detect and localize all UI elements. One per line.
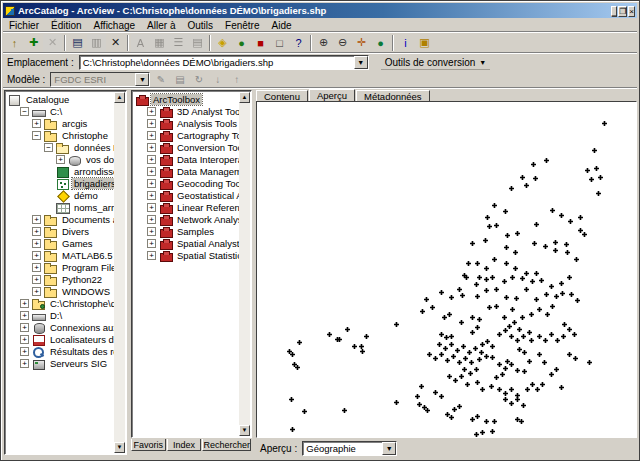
tab-index[interactable]: Index [167,439,202,451]
create-thumbnail-button[interactable]: ▣ [415,34,434,52]
catalog-tree-item[interactable]: +MATLAB6.5 [6,249,114,261]
catalog-tree-item[interactable]: +Documents and Settings [6,213,114,225]
tree-expander-icon[interactable]: + [20,299,29,308]
catalog-tree-item[interactable]: noms_arrond [6,201,114,213]
scroll-up-icon[interactable]: ▲ [114,92,125,103]
tree-expander-icon[interactable]: + [32,287,41,296]
toolbox-tree-item[interactable]: +Analysis Tools [133,117,239,129]
location-combobox[interactable]: C:\Christophe\données DÉMO\brigadiers.sh… [79,55,369,70]
catalog-tree-scrollbar[interactable]: ▲ ▼ [114,92,125,453]
scroll-down-icon[interactable]: ▼ [239,425,250,436]
tree-expander-icon[interactable]: + [147,215,156,224]
command-line-button[interactable]: □ [270,34,289,52]
tree-expander-icon[interactable]: + [147,251,156,260]
toolbox-tree-item[interactable]: +Spatial Analyst Tools [133,237,239,249]
catalog-tree-item[interactable]: démo [6,189,114,201]
menu--dition[interactable]: Édition [45,19,88,32]
tree-expander-icon[interactable]: + [147,191,156,200]
arcglobe-button[interactable]: ● [232,34,251,52]
arctoolbox-button[interactable]: ■ [251,34,270,52]
panel-splitter[interactable] [127,89,130,456]
tab-aper-u[interactable]: Aperçu [309,89,355,101]
toolbox-tree-item[interactable]: +Linear Referencing Tools [133,201,239,213]
toolbox-tree-item[interactable]: +3D Analyst Tools [133,105,239,117]
tree-expander-icon[interactable]: + [20,323,29,332]
toolbox-tree-item[interactable]: +Samples [133,225,239,237]
tree-expander-icon[interactable]: + [147,155,156,164]
toolbox-tree-item[interactable]: +Network Analyst Tools [133,213,239,225]
catalog-tree-item[interactable]: +C:\Christophe\données DÉMO [6,297,114,309]
arctoolbox-scrollbar[interactable]: ▲ ▼ [239,92,250,436]
tree-expander-icon[interactable]: + [147,239,156,248]
catalog-tree-item[interactable]: brigadiers [6,177,114,189]
full-extent-button[interactable]: ● [371,34,390,52]
catalog-tree-item[interactable]: +Connexions aux bases de données [6,321,114,333]
whats-this-help-button[interactable]: ? [289,34,308,52]
tree-expander-icon[interactable]: + [147,179,156,188]
catalog-tree-item[interactable]: +Divers [6,225,114,237]
tree-expander-icon[interactable]: + [147,107,156,116]
tree-expander-icon[interactable]: + [147,131,156,140]
minimize-button[interactable]: _ [611,6,617,17]
menu-fen-tre[interactable]: Fenêtre [219,19,265,32]
catalog-tree-item[interactable]: +D:\ [6,309,114,321]
tree-expander-icon[interactable]: + [32,263,41,272]
catalog-tree-item[interactable]: arrondissements [6,165,114,177]
chevron-down-icon[interactable]: ▼ [354,56,368,69]
launch-arcmap-button[interactable]: ◈ [213,34,232,52]
catalog-tree-item[interactable]: +Serveurs SIG [6,357,114,369]
pan-button[interactable]: ✛ [352,34,371,52]
restore-button[interactable]: ❐ [618,6,627,17]
zoom-out-button[interactable]: ⊖ [333,34,352,52]
menu-affichage[interactable]: Affichage [88,19,142,32]
copy-button[interactable]: ▤ [68,34,87,52]
tree-expander-icon[interactable]: + [147,227,156,236]
catalog-tree-item[interactable]: +Résultats des recherches [6,345,114,357]
close-button[interactable]: × [628,6,635,17]
map-preview[interactable] [257,102,636,437]
tab-rechercher[interactable]: Rechercher [202,439,251,451]
tree-expander-icon[interactable]: + [147,167,156,176]
chevron-down-icon[interactable]: ▼ [382,442,396,455]
catalog-tree-item[interactable]: +Games [6,237,114,249]
tab-contenu[interactable]: Contenu [256,90,308,101]
catalog-tree-item[interactable]: −données DÉMO [6,141,114,153]
title-bar[interactable]: ArcCatalog - ArcView - C:\Christophe\don… [3,3,637,18]
tree-expander-icon[interactable]: + [147,203,156,212]
catalog-tree-item[interactable]: −Christophe [6,129,114,141]
preview-type-combobox[interactable]: Géographie ▼ [302,441,397,456]
tree-expander-icon[interactable]: − [20,107,29,116]
tree-expander-icon[interactable]: + [20,335,29,344]
tab-m-tadonn-es[interactable]: Métadonnées [356,90,430,101]
tree-expander-icon[interactable]: + [32,227,41,236]
tree-expander-icon[interactable]: + [20,347,29,356]
toolbox-tree-item[interactable]: ArcToolbox [133,93,239,105]
catalog-tree-item[interactable]: Catalogue [6,93,114,105]
catalog-tree-item[interactable]: +vos données_démo [6,153,114,165]
toolbox-tree-item[interactable]: +Geostatistical Analyst Tools [133,189,239,201]
catalog-tree-item[interactable]: −C:\ [6,105,114,117]
toolbox-tree-item[interactable]: +Spatial Statistics Tools [133,249,239,261]
tree-expander-icon[interactable]: + [32,215,41,224]
toolbox-tree-item[interactable]: +Data Interoperability Tools [133,153,239,165]
catalog-tree-item[interactable]: +Program Files [6,261,114,273]
tree-expander-icon[interactable]: + [56,155,65,164]
tree-expander-icon[interactable]: + [20,359,29,368]
toolbox-tree-item[interactable]: +Conversion Tools [133,141,239,153]
menu-aide[interactable]: Aide [266,19,298,32]
identify-button[interactable]: i [396,34,415,52]
tab-favoris[interactable]: Favoris [131,439,166,451]
menu-fichier[interactable]: Fichier [3,19,45,32]
tree-expander-icon[interactable]: − [32,131,41,140]
panel-splitter[interactable] [252,89,255,456]
catalog-tree-item[interactable]: +Localisateurs d'adresses [6,333,114,345]
tree-expander-icon[interactable]: + [32,239,41,248]
conversion-tools-dropdown[interactable]: Outils de conversion ▼ [381,55,491,70]
menu-aller-[interactable]: Aller à [141,19,181,32]
tree-expander-icon[interactable]: + [32,119,41,128]
tree-expander-icon[interactable]: + [32,251,41,260]
delete-button[interactable]: ✕ [106,34,125,52]
catalog-tree-item[interactable]: +arcgis [6,117,114,129]
catalog-tree-item[interactable]: +WINDOWS [6,285,114,297]
tree-expander-icon[interactable]: + [32,275,41,284]
